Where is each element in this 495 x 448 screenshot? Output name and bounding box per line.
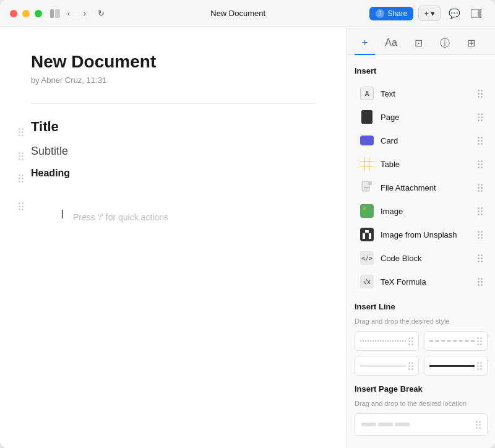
tex-formula-label: TeX Formula [381, 277, 471, 286]
document-area[interactable]: New Document by Abner Cruz, 11:31 Title … [0, 27, 346, 448]
insert-item-tex-formula[interactable]: √x TeX Formula [355, 270, 488, 293]
code-block-icon: </> [359, 251, 374, 265]
chevron-down-icon: ▾ [431, 9, 435, 18]
drag-icon [476, 421, 481, 429]
titlebar-right: ⤴ Share + ▾ 💬 [369, 5, 485, 22]
insert-item-text[interactable]: A Text [355, 82, 488, 105]
file-attachment-icon [359, 180, 374, 195]
dashed-line-preview [429, 340, 475, 342]
titlebar: ‹ › ↻ New Document ⤴ Share + ▾ 💬 [0, 0, 495, 27]
plus-icon: + [424, 9, 429, 18]
insert-item-image[interactable]: Image [355, 199, 488, 223]
share-button[interactable]: ⤴ Share [369, 7, 413, 20]
comment-icon[interactable]: 💬 [446, 5, 463, 22]
info-tab-icon: ⓘ [440, 38, 450, 48]
window-controls [10, 10, 42, 17]
tab-info[interactable]: ⓘ [433, 33, 457, 55]
line-item-dashed[interactable] [424, 331, 488, 351]
drag-icon [408, 337, 413, 345]
doc-divider [31, 103, 316, 104]
sidebar-toggle-icon[interactable] [50, 8, 61, 19]
window: ‹ › ↻ New Document ⤴ Share + ▾ 💬 [0, 0, 495, 448]
page-break-item[interactable] [355, 413, 488, 436]
drag-handle-icon [478, 254, 483, 262]
drag-handle-icon [478, 113, 483, 121]
media-tab-icon: ⊡ [415, 38, 423, 48]
insert-item-code-block[interactable]: </> Code Block [355, 246, 488, 270]
heading-element-row: Heading [31, 168, 316, 189]
document-meta: by Abner Cruz, 11:31 [31, 75, 316, 85]
document-title-heading: New Document [31, 52, 316, 72]
insert-section-label: Insert [355, 66, 488, 75]
main-area: New Document by Abner Cruz, 11:31 Title … [0, 27, 495, 448]
text-cursor: I [61, 207, 64, 222]
file-attachment-label: File Attachment [381, 183, 471, 192]
minimize-button[interactable] [22, 10, 30, 17]
heading-element[interactable]: Heading [31, 168, 70, 179]
nav-icons: ‹ › ↻ [63, 8, 106, 19]
plus-tab-icon: + [362, 37, 368, 48]
page-label: Page [381, 113, 471, 122]
line-item-thin[interactable] [355, 356, 419, 376]
back-icon[interactable]: ‹ [63, 8, 74, 19]
svg-point-9 [363, 207, 366, 210]
insert-item-page[interactable]: Page [355, 105, 488, 129]
unsplash-icon [359, 227, 374, 242]
drag-handle-icon [478, 90, 483, 98]
unsplash-label: Image from Unsplash [381, 230, 471, 239]
refresh-icon[interactable]: ↻ [95, 8, 106, 19]
insert-pagebreak-sublabel: Drag and drop to the desired location [355, 400, 488, 407]
sidebar-tabs: + Aa ⊡ ⓘ ⊞ [347, 27, 495, 55]
insert-line-label: Insert Line [355, 302, 488, 311]
forward-icon[interactable]: › [79, 8, 90, 19]
tab-media[interactable]: ⊡ [407, 33, 430, 55]
format-tab-icon: Aa [385, 37, 397, 48]
title-element[interactable]: Title [31, 119, 59, 135]
page-icon [359, 110, 374, 124]
drag-handle-icon [478, 184, 483, 192]
close-button[interactable] [10, 10, 17, 17]
svg-rect-1 [55, 9, 60, 18]
drag-handle[interactable] [19, 202, 27, 210]
page-break-preview [361, 423, 410, 426]
insert-pagebreak-section: Insert Page Break Drag and drop to the d… [355, 384, 488, 436]
line-item-thick[interactable] [424, 356, 488, 376]
drag-handle[interactable] [19, 174, 27, 183]
insert-item-file-attachment[interactable]: File Attachment [355, 176, 488, 199]
sidebar-panel: + Aa ⊡ ⓘ ⊞ Insert [346, 27, 495, 448]
table-label: Table [381, 160, 471, 169]
svg-rect-0 [50, 9, 54, 18]
drag-handle-icon [478, 278, 483, 286]
code-block-label: Code Block [381, 254, 471, 263]
insert-pagebreak-label: Insert Page Break [355, 384, 488, 394]
drag-icon [477, 337, 482, 345]
image-label: Image [381, 207, 471, 216]
tab-layout[interactable]: ⊞ [460, 33, 483, 55]
drag-handle-icon [478, 207, 483, 215]
cursor-area[interactable]: I Press '/' for quick actions [31, 201, 316, 238]
subtitle-element-row: Subtitle [31, 145, 316, 168]
add-button[interactable]: + ▾ [418, 6, 441, 21]
insert-item-table[interactable]: Table [355, 152, 488, 176]
sidebar-content: Insert A Text Page [347, 55, 495, 448]
tab-insert[interactable]: + [355, 33, 375, 55]
thick-line-preview [429, 365, 475, 367]
insert-item-card[interactable]: Card [355, 129, 488, 152]
svg-rect-8 [360, 204, 374, 218]
line-item-dotted[interactable] [355, 331, 419, 351]
insert-line-sublabel: Drag and drop the desired style [355, 317, 488, 325]
layout-tab-icon: ⊞ [467, 38, 475, 48]
subtitle-element[interactable]: Subtitle [31, 145, 68, 158]
insert-item-image-unsplash[interactable]: Image from Unsplash [355, 223, 488, 246]
maximize-button[interactable] [35, 10, 42, 17]
table-icon [359, 157, 374, 171]
tex-formula-icon: √x [359, 274, 374, 289]
thin-line-preview [360, 366, 406, 366]
drag-handle[interactable] [19, 152, 27, 160]
layout-icon[interactable] [468, 5, 485, 22]
drag-handle[interactable] [19, 128, 27, 136]
share-label: Share [387, 9, 407, 18]
tab-format[interactable]: Aa [377, 33, 405, 55]
image-icon [359, 204, 374, 218]
card-icon [359, 133, 374, 148]
